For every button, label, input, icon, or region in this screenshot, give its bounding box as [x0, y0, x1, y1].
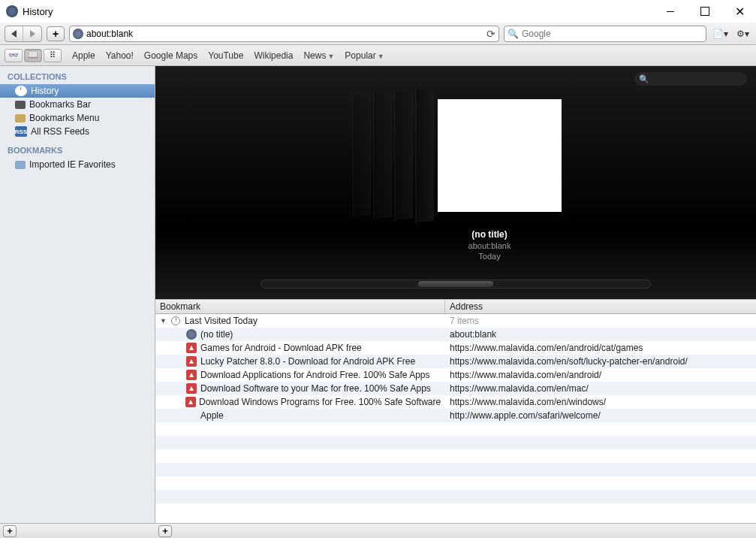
bookmark-link-wikipedia[interactable]: Wikipedia	[254, 50, 293, 61]
add-button[interactable]: +	[3, 525, 17, 537]
maximize-button[interactable]	[694, 1, 715, 22]
coverflow-card-back[interactable]	[373, 92, 392, 219]
history-body: ▼Last Visited Today 7 items (no title) a…	[155, 314, 756, 523]
coverflow-card-back[interactable]	[352, 94, 371, 217]
add-button[interactable]: +	[158, 525, 172, 537]
back-icon	[11, 30, 17, 38]
history-row[interactable]: Lucky Patcher 8.8.0 - Download for Andro…	[155, 355, 756, 368]
coverflow-title: (no title)	[468, 229, 511, 240]
history-row[interactable]: Games for Android - Download APK free ht…	[155, 341, 756, 355]
collections-header: COLLECTIONS	[0, 69, 155, 84]
coverflow-caption: (no title) about:blank Today	[468, 229, 511, 261]
history-row-empty	[155, 476, 756, 490]
window-controls: ✕	[660, 1, 750, 22]
forward-icon	[30, 30, 35, 38]
bookmarks-bar: 👓 📖 ⠿ Apple Yahoo! Google Maps YouTube W…	[0, 45, 756, 66]
coverflow-card-back[interactable]	[394, 90, 413, 221]
site-icon	[185, 383, 197, 394]
col-bookmark[interactable]: Bookmark	[155, 300, 445, 313]
main-area: COLLECTIONS History Bookmarks Bar Bookma…	[0, 66, 756, 523]
apple-icon	[185, 410, 197, 421]
site-icon	[185, 397, 196, 407]
coverflow-date: Today	[468, 252, 511, 261]
coverflow-card-main[interactable]	[438, 99, 562, 212]
nav-buttons	[5, 26, 42, 42]
history-row[interactable]: Download Software to your Mac for free. …	[155, 382, 756, 395]
col-address[interactable]: Address	[445, 300, 756, 313]
coverflow-card-back[interactable]	[415, 89, 434, 223]
coverflow-search[interactable]: 🔍	[634, 72, 747, 86]
bottom-bar: + +	[0, 523, 756, 538]
history-row[interactable]: Apple http://www.apple.com/safari/welcom…	[155, 409, 756, 422]
reload-icon[interactable]: ⟳	[486, 28, 495, 40]
site-icon	[185, 370, 197, 380]
history-row-empty	[155, 422, 756, 436]
history-row-empty	[155, 503, 756, 517]
content-area: 🔍 (no title) about:blank Today Bookmark …	[155, 66, 756, 523]
history-row[interactable]: (no title) about:blank	[155, 328, 756, 341]
coverflow-scrollbar[interactable]	[261, 280, 651, 289]
url-bar[interactable]: about:blank ⟳	[69, 26, 499, 42]
bookmarks-view-button[interactable]: 📖	[24, 49, 42, 62]
folder-icon	[15, 161, 26, 169]
history-row[interactable]: Download Windows Programs for Free. 100%…	[155, 395, 756, 409]
bookmark-link-youtube[interactable]: YouTube	[208, 50, 243, 61]
history-header: Bookmark Address	[155, 299, 756, 314]
settings-button[interactable]: ⚙▾	[733, 26, 751, 41]
history-row-empty	[155, 490, 756, 503]
rss-icon: RSS	[15, 126, 27, 137]
history-row-empty	[155, 449, 756, 463]
bookmark-icon	[15, 101, 26, 109]
topsites-view-button[interactable]: ⠿	[44, 49, 62, 62]
forward-button[interactable]	[23, 26, 41, 41]
sidebar-item-imported-ie[interactable]: Imported IE Favorites	[0, 158, 155, 171]
window-title: History	[23, 6, 660, 17]
folder-icon	[15, 114, 26, 122]
search-icon: 🔍	[508, 29, 519, 39]
sidebar-item-rss[interactable]: RSSAll RSS Feeds	[0, 125, 155, 138]
minimize-button[interactable]	[660, 1, 681, 22]
page-menu-button[interactable]: 📄▾	[711, 26, 729, 41]
url-text: about:blank	[86, 29, 486, 39]
bookmark-link-yahoo[interactable]: Yahoo!	[106, 50, 134, 61]
clock-icon	[170, 316, 182, 326]
view-buttons: 👓 📖 ⠿	[5, 49, 62, 62]
bookmark-link-googlemaps[interactable]: Google Maps	[144, 50, 197, 61]
titlebar: History ✕	[0, 0, 756, 23]
coverflow-cards	[351, 90, 562, 222]
bookmark-link-news[interactable]: News▼	[303, 50, 334, 61]
close-button[interactable]: ✕	[729, 1, 750, 22]
sidebar-item-bookmarks-menu[interactable]: Bookmarks Menu	[0, 111, 155, 125]
globe-icon	[185, 329, 197, 340]
reading-list-button[interactable]: 👓	[5, 49, 23, 62]
back-button[interactable]	[5, 26, 23, 41]
clock-icon	[15, 86, 27, 96]
site-icon	[185, 356, 197, 367]
search-icon: 🔍	[639, 74, 649, 84]
disclosure-icon[interactable]: ▼	[160, 317, 167, 325]
toolbar: + about:blank ⟳ 🔍 📄▾ ⚙▾	[0, 23, 756, 45]
site-icon	[73, 29, 83, 39]
scrollbar-thumb[interactable]	[418, 281, 493, 287]
coverflow: 🔍 (no title) about:blank Today	[155, 66, 756, 299]
search-bar[interactable]: 🔍	[504, 26, 706, 42]
history-row-empty	[155, 463, 756, 476]
history-row[interactable]: Download Applications for Android Free. …	[155, 368, 756, 382]
bookmark-link-popular[interactable]: Popular▼	[345, 50, 384, 61]
site-icon	[185, 343, 197, 353]
history-row-empty	[155, 436, 756, 449]
sidebar-item-history[interactable]: History	[0, 84, 155, 98]
bookmark-link-apple[interactable]: Apple	[72, 50, 95, 61]
sidebar-item-bookmarks-bar[interactable]: Bookmarks Bar	[0, 98, 155, 111]
app-icon	[6, 5, 18, 17]
search-input[interactable]	[522, 29, 703, 39]
history-group-row[interactable]: ▼Last Visited Today 7 items	[155, 314, 756, 328]
sidebar: COLLECTIONS History Bookmarks Bar Bookma…	[0, 66, 155, 523]
bookmarks-header: BOOKMARKS	[0, 143, 155, 158]
coverflow-subtitle: about:blank	[468, 241, 511, 250]
add-bookmark-button[interactable]: +	[47, 26, 65, 41]
